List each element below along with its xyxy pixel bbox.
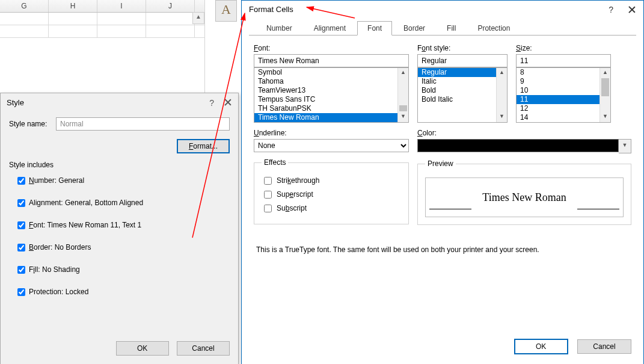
font-label: Font: Times New Roman 11, Text 1 [29, 221, 141, 229]
scroll-up-icon[interactable]: ▲ [398, 68, 408, 78]
effects-legend: Effects [262, 158, 288, 167]
alignment-checkbox[interactable] [17, 199, 25, 207]
border-label: Border: No Borders [29, 243, 91, 251]
help-icon[interactable]: ? [609, 1, 613, 19]
font-listbox[interactable]: Symbol Tahoma TeamViewer13 Tempus Sans I… [254, 67, 409, 123]
ok-button[interactable]: OK [514, 339, 568, 354]
truetype-note: This is a TrueType font. The same font w… [256, 245, 631, 254]
list-item[interactable]: Bold Italic [418, 95, 507, 104]
strikethrough-checkbox[interactable] [264, 177, 272, 185]
scroll-down-icon[interactable]: ▼ [398, 112, 408, 122]
protection-label: Protection: Locked [29, 288, 88, 296]
subscript-label: Subscript [277, 204, 307, 212]
protection-checkbox[interactable] [17, 288, 25, 296]
preview-legend: Preview [425, 159, 456, 168]
scroll-thumb[interactable] [399, 105, 407, 111]
font-label: Font: [254, 44, 409, 52]
style-name-label: Style name: [9, 120, 56, 128]
superscript-checkbox[interactable] [264, 191, 272, 199]
col-header[interactable]: I [97, 0, 146, 12]
font-checkbox[interactable] [17, 221, 25, 229]
font-style-label: Font style: [417, 44, 508, 52]
number-checkbox[interactable] [17, 177, 25, 185]
underline-select[interactable]: None [254, 139, 409, 152]
fill-checkbox[interactable] [17, 266, 25, 274]
tab-border[interactable]: Border [393, 21, 435, 35]
list-item[interactable]: 9 [517, 77, 610, 86]
tab-strip: Number Alignment Font Border Fill Protec… [256, 21, 643, 35]
preview-group: Preview Times New Roman [417, 159, 631, 225]
color-label: Color: [417, 129, 631, 137]
scroll-thumb[interactable] [601, 78, 609, 96]
list-item[interactable]: Times New Roman [254, 113, 408, 122]
alignment-label: Alignment: General, Bottom Aligned [29, 199, 143, 207]
list-item[interactable]: 14 [517, 113, 610, 122]
style-includes-label: Style includes [9, 161, 230, 169]
cancel-button[interactable]: Cancel [177, 341, 230, 356]
tab-number[interactable]: Number [256, 21, 302, 35]
effects-group: Effects Strikethrough Superscript Subscr… [254, 158, 409, 224]
size-listbox[interactable]: 8 9 10 11 12 14 ▲▼ [516, 67, 611, 123]
color-dropdown-icon[interactable]: ▼ [619, 139, 631, 153]
scroll-down-icon[interactable]: ▼ [600, 112, 610, 122]
size-label: Size: [516, 44, 611, 52]
list-item[interactable]: Symbol [254, 68, 408, 77]
list-item[interactable]: 8 [517, 68, 610, 77]
cancel-button[interactable]: Cancel [577, 339, 631, 354]
col-header[interactable]: J [146, 0, 195, 12]
style-dialog-title: Style [7, 98, 24, 107]
spreadsheet-fragment: G H I J ▲ [0, 0, 205, 96]
list-item[interactable]: Italic [418, 77, 507, 86]
ok-button[interactable]: OK [116, 341, 169, 356]
style-preview-badge: A [215, 0, 237, 22]
format-cells-dialog: Format Cells ? Number Alignment Font Bor… [241, 0, 644, 364]
close-icon[interactable] [224, 98, 232, 106]
close-icon[interactable] [628, 5, 636, 14]
fill-label: Fill: No Shading [29, 265, 80, 274]
tab-font[interactable]: Font [357, 21, 392, 35]
list-item[interactable]: 11 [517, 95, 610, 104]
style-dialog: Style ? Style name: Format... Style incl… [0, 93, 239, 364]
col-header[interactable]: G [0, 0, 49, 12]
font-input[interactable] [254, 54, 409, 67]
scroll-up-icon[interactable]: ▲ [497, 68, 507, 78]
list-item[interactable]: Tahoma [254, 77, 408, 86]
style-name-input[interactable] [56, 117, 230, 131]
scroll-down-icon[interactable]: ▼ [497, 112, 507, 122]
help-icon[interactable]: ? [209, 93, 214, 113]
scroll-up-icon[interactable]: ▲ [600, 68, 610, 78]
color-swatch[interactable] [417, 139, 619, 152]
list-item[interactable]: TH SarabunPSK [254, 104, 408, 113]
list-item[interactable]: 10 [517, 86, 610, 95]
tab-fill[interactable]: Fill [437, 21, 466, 35]
list-item[interactable]: Tempus Sans ITC [254, 95, 408, 104]
border-checkbox[interactable] [17, 244, 25, 251]
col-header[interactable]: H [49, 0, 97, 12]
underline-label: Underline: [254, 129, 409, 137]
tab-protection[interactable]: Protection [467, 21, 520, 35]
preview-text: Times New Roman [482, 191, 566, 204]
scroll-up-icon[interactable]: ▲ [192, 12, 204, 24]
list-item[interactable]: Regular [418, 68, 507, 77]
tab-alignment[interactable]: Alignment [304, 21, 356, 35]
list-item[interactable]: TeamViewer13 [254, 86, 408, 95]
list-item[interactable]: 12 [517, 104, 610, 113]
number-label: Number: General [29, 176, 84, 185]
format-cells-title: Format Cells [249, 5, 293, 14]
format-button[interactable]: Format... [177, 139, 230, 153]
font-style-input[interactable] [417, 54, 508, 67]
font-style-listbox[interactable]: Regular Italic Bold Bold Italic ▲▼ [417, 67, 508, 123]
preview-box: Times New Roman [425, 177, 624, 217]
subscript-checkbox[interactable] [264, 205, 272, 212]
size-input[interactable] [516, 54, 611, 67]
list-item[interactable]: Bold [418, 86, 507, 95]
superscript-label: Superscript [277, 190, 313, 199]
strikethrough-label: Strikethrough [277, 176, 319, 185]
